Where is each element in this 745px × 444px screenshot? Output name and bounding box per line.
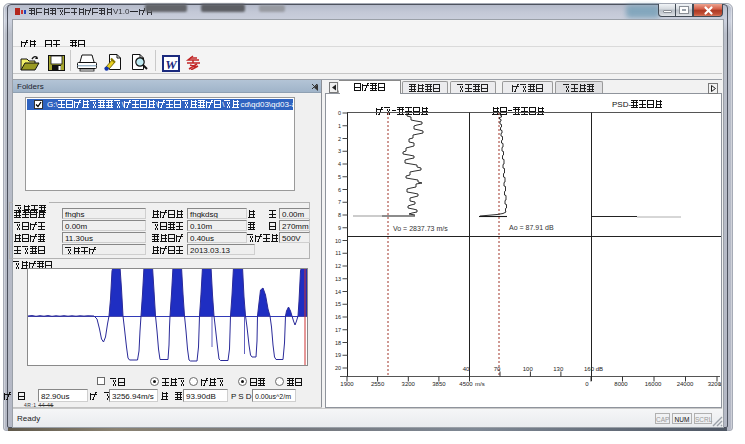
svg-text:12: 12 [335,263,341,269]
svg-text:1: 1 [338,123,341,129]
svg-text:u: u [719,381,721,387]
svg-text:15: 15 [335,301,341,307]
svg-text:10: 10 [335,238,341,244]
svg-text:0: 0 [338,110,341,116]
svg-text:19: 19 [335,352,341,358]
svg-text:8: 8 [338,212,341,218]
svg-text:2550: 2550 [371,381,385,387]
svg-text:9: 9 [338,225,341,231]
svg-text:Vo = 2837.73 m/s: Vo = 2837.73 m/s [393,225,448,232]
svg-text:3850: 3850 [432,381,446,387]
svg-text:70: 70 [494,366,501,372]
svg-text:130: 130 [553,366,564,372]
svg-text:11: 11 [335,250,341,256]
svg-text:24000: 24000 [677,381,694,387]
svg-text:0: 0 [585,381,589,387]
svg-text:4500: 4500 [459,381,473,387]
svg-text:17: 17 [335,327,341,333]
svg-text:14: 14 [335,289,341,295]
svg-text:8000: 8000 [614,381,628,387]
svg-text:5: 5 [338,174,341,180]
svg-text:Ao = 87.91 dB: Ao = 87.91 dB [509,224,554,231]
svg-text:20: 20 [335,365,341,371]
svg-text:3: 3 [338,148,341,154]
svg-text:1900: 1900 [340,381,354,387]
svg-text:16000: 16000 [645,381,662,387]
svg-text:2: 2 [338,136,341,142]
svg-text:m/s: m/s [475,381,485,387]
svg-text:18: 18 [335,340,341,346]
svg-text:100: 100 [523,366,534,372]
svg-text:6: 6 [338,187,341,193]
svg-text:7: 7 [338,199,341,205]
svg-text:160 dB: 160 dB [584,366,603,372]
svg-text:4: 4 [338,161,341,167]
svg-text:13: 13 [335,276,341,282]
svg-text:16: 16 [335,314,341,320]
svg-text:3200: 3200 [402,381,416,387]
svg-text:40: 40 [463,366,470,372]
